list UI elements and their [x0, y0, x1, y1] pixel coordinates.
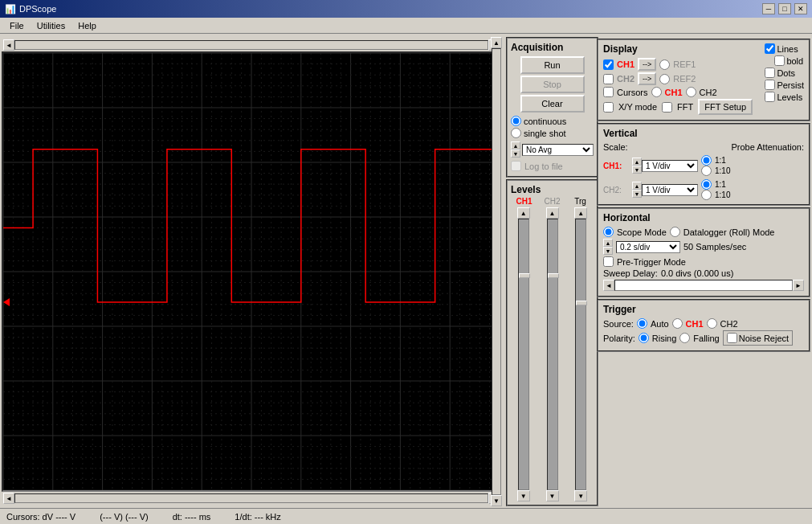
menu-file[interactable]: File: [3, 19, 31, 32]
scroll-up[interactable]: ▲: [491, 37, 502, 48]
persist-label: Persist: [777, 80, 804, 90]
levels-ch1-up[interactable]: ▲: [517, 207, 530, 219]
log-checkbox[interactable]: [511, 161, 521, 171]
horiz-scrollbar-container: ◄ ►: [603, 280, 804, 291]
trig-ch1-radio[interactable]: [672, 318, 683, 329]
scroll-left-bottom[interactable]: ◄: [3, 493, 14, 504]
ch2-arrow-btn[interactable]: -->: [638, 72, 656, 85]
ch1-scale-dn[interactable]: ▼: [632, 166, 642, 174]
lines-label: Lines: [777, 44, 798, 54]
ch1-scale-up[interactable]: ▲: [632, 158, 642, 166]
continuous-label: continuous: [524, 117, 566, 126]
title-bar: 📊 DPScope: [5, 4, 56, 14]
levels-trg-track: [575, 219, 586, 490]
levels-ch1-track: [518, 219, 529, 490]
ref1-radio[interactable]: [659, 59, 670, 70]
continuous-radio[interactable]: [511, 116, 521, 126]
trig-ch1-label: CH1: [686, 319, 704, 329]
levels-trg-up[interactable]: ▲: [574, 207, 587, 219]
levels-panel: Levels CH1 CH2 Trg ▲ ▼ ▲: [506, 179, 598, 506]
ch1-probe-1x[interactable]: [701, 155, 712, 166]
sweep-delay-label: Sweep Delay:: [603, 268, 658, 278]
levels-ch1-header: CH1: [511, 197, 537, 206]
ch2-scale-dn[interactable]: ▼: [632, 190, 642, 198]
ch1-scale-select[interactable]: 100 mV/div 200 mV/div 500 mV/div 1 V/div…: [642, 160, 698, 172]
ch2-vert-label: CH2:: [603, 186, 629, 194]
scope-mode-radio[interactable]: [603, 227, 614, 237]
levels-checkbox[interactable]: [765, 92, 775, 102]
single-shot-radio[interactable]: [511, 128, 521, 138]
fft-enable[interactable]: [662, 102, 672, 113]
trig-auto-radio[interactable]: [637, 318, 647, 329]
levels-ch2-handle[interactable]: [548, 273, 559, 278]
minimize-button[interactable]: ─: [762, 3, 775, 14]
run-button[interactable]: Run: [520, 56, 585, 74]
ch2-enable[interactable]: [603, 74, 614, 84]
levels-ch1-handle[interactable]: [519, 273, 530, 278]
time-div-dn[interactable]: ▼: [603, 247, 613, 255]
cursor-ch1-radio[interactable]: [651, 87, 662, 97]
fft-setup-button[interactable]: FFT Setup: [698, 99, 753, 115]
avg-select[interactable]: No Avg 2x Avg 4x Avg 8x Avg: [522, 144, 594, 156]
datalogger-radio[interactable]: [670, 227, 680, 237]
ch1-arrow-btn[interactable]: -->: [638, 58, 656, 71]
avg-spin-dn[interactable]: ▼: [511, 149, 520, 158]
cursors-dv: Cursors: dV ---- V: [6, 512, 75, 522]
ref2-radio[interactable]: [659, 74, 670, 84]
menu-utilities[interactable]: Utilities: [31, 19, 71, 32]
bold-checkbox[interactable]: [774, 55, 785, 66]
pretrigger-checkbox[interactable]: [603, 256, 614, 267]
xy-mode-enable[interactable]: [603, 102, 614, 113]
ch2-probe-1x[interactable]: [701, 179, 712, 190]
horiz-scroll-right[interactable]: ►: [793, 280, 804, 291]
time-div-up[interactable]: ▲: [603, 239, 613, 247]
stop-button[interactable]: Stop: [520, 76, 585, 93]
source-label: Source:: [603, 319, 634, 329]
trig-auto-label: Auto: [651, 319, 669, 329]
close-button[interactable]: ✕: [794, 3, 807, 14]
samples-label: 50 Samples/sec: [683, 242, 746, 252]
time-div-select[interactable]: 1 ms/div 2 ms/div 5 ms/div 10 ms/div 20 …: [616, 241, 680, 253]
ch2-scale-select[interactable]: 100 mV/div 200 mV/div 500 mV/div 1 V/div…: [642, 184, 698, 196]
trig-falling-radio[interactable]: [679, 333, 690, 343]
scroll-left-top[interactable]: ◄: [3, 39, 14, 51]
ch2-scale-up[interactable]: ▲: [632, 182, 642, 190]
acquisition-panel: Acquisition Run Stop Clear continuous si…: [506, 37, 598, 178]
app-icon: 📊: [5, 4, 16, 14]
polarity-label: Polarity:: [603, 334, 635, 343]
noise-reject-label: Noise Reject: [739, 334, 789, 343]
maximize-button[interactable]: □: [778, 3, 791, 14]
levels-trg-dn[interactable]: ▼: [574, 490, 587, 501]
trig-ch2-radio[interactable]: [707, 318, 717, 329]
ch1-enable[interactable]: [603, 59, 614, 70]
dots-checkbox[interactable]: [765, 68, 775, 78]
levels-trg-handle[interactable]: [576, 301, 587, 305]
persist-checkbox[interactable]: [765, 80, 775, 90]
levels-ch2-track: [547, 219, 558, 490]
trig-rising-label: Rising: [652, 334, 677, 343]
trig-rising-radio[interactable]: [639, 333, 649, 343]
horiz-scroll-left[interactable]: ◄: [603, 280, 614, 291]
horizontal-title: Horizontal: [603, 212, 804, 223]
levels-ch1-dn[interactable]: ▼: [517, 490, 530, 501]
avg-spin-up[interactable]: ▲: [511, 141, 520, 149]
cursor-ch2-label: CH2: [700, 88, 717, 97]
status-bar: Cursors: dV ---- V (--- V) (--- V) dt: -…: [0, 508, 812, 524]
display-panel: Display CH1 --> REF1 CH2 -->: [597, 39, 810, 121]
levels-ch2-up[interactable]: ▲: [546, 207, 559, 219]
levels-ch2-dn[interactable]: ▼: [546, 490, 559, 501]
acquisition-title: Acquisition: [511, 42, 594, 53]
ref1-label: REF1: [673, 59, 696, 69]
ch2-label: CH2: [617, 74, 635, 84]
cursors-enable[interactable]: [603, 87, 614, 97]
ch1-probe-10x[interactable]: [701, 166, 712, 176]
noise-reject-checkbox[interactable]: [727, 333, 737, 343]
menu-help[interactable]: Help: [71, 19, 103, 32]
clear-button[interactable]: Clear: [520, 95, 585, 113]
datalogger-label: Datalogger (Roll) Mode: [683, 227, 775, 237]
cursor-ch2-radio[interactable]: [686, 87, 696, 97]
ch1-vert-label: CH1:: [603, 162, 629, 170]
ch2-probe-10x[interactable]: [701, 190, 712, 200]
lines-checkbox[interactable]: [765, 43, 775, 54]
scroll-down[interactable]: ▼: [491, 495, 502, 506]
